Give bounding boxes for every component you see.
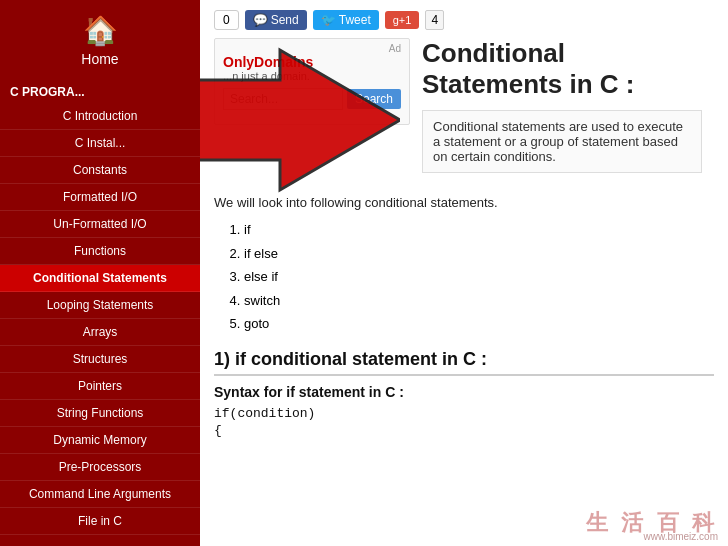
ad-search-button[interactable]: Search xyxy=(347,89,401,109)
list-item: if xyxy=(244,218,714,241)
gplus-label: g+1 xyxy=(393,14,412,26)
sidebar-home[interactable]: 🏠 Home xyxy=(0,0,200,77)
page-title: ConditionalStatements in C : xyxy=(422,38,714,100)
intro-text: We will look into following conditional … xyxy=(214,195,714,210)
sidebar-item-structures[interactable]: Structures xyxy=(0,346,200,373)
send-label: Send xyxy=(271,13,299,27)
code-line-2: { xyxy=(214,423,714,438)
ad-subtitle: ...n just a domain. xyxy=(223,70,401,82)
sidebar-item-pre-processors[interactable]: Pre-Processors xyxy=(0,454,200,481)
list-item: switch xyxy=(244,289,714,312)
sidebar-item-unformatted-io[interactable]: Un-Formatted I/O xyxy=(0,211,200,238)
sidebar-section-title: C PROGRA... xyxy=(0,77,200,103)
gplus-count: 4 xyxy=(425,10,444,30)
top-layout: Ad OnlyDomains ...n just a domain. Searc… xyxy=(214,38,714,185)
ad-search-input[interactable] xyxy=(223,88,343,110)
list-item: goto xyxy=(244,312,714,335)
social-bar: 0 💬 Send 🐦 Tweet g+1 4 xyxy=(214,10,714,30)
tweet-label: Tweet xyxy=(339,13,371,27)
sidebar: 🏠 Home C PROGRA... C Introduction C Inst… xyxy=(0,0,200,546)
like-count: 0 xyxy=(214,10,239,30)
sidebar-item-string-functions[interactable]: String Functions xyxy=(0,400,200,427)
watermark-url: www.bimeiz.com xyxy=(644,531,718,542)
sidebar-item-functions[interactable]: Functions xyxy=(0,238,200,265)
ad-title: OnlyDomains xyxy=(223,54,401,70)
list-item: if else xyxy=(244,242,714,265)
sidebar-item-c-install[interactable]: C Instal... xyxy=(0,130,200,157)
main-content: 0 💬 Send 🐦 Tweet g+1 4 Ad OnlyDomains . xyxy=(200,0,728,546)
messenger-icon: 💬 xyxy=(253,13,268,27)
list-item: else if xyxy=(244,265,714,288)
gplus-button[interactable]: g+1 xyxy=(385,11,420,29)
sidebar-item-pointers[interactable]: Pointers xyxy=(0,373,200,400)
sidebar-item-constants[interactable]: Constants xyxy=(0,157,200,184)
syntax-label: Syntax for if statement in C : xyxy=(214,384,714,400)
twitter-icon: 🐦 xyxy=(321,13,336,27)
sidebar-item-c-introduction[interactable]: C Introduction xyxy=(0,103,200,130)
ad-search-area: Search xyxy=(223,88,401,110)
ad-block: Ad OnlyDomains ...n just a domain. Searc… xyxy=(214,38,410,125)
watermark-text: 生 活 百 科 xyxy=(586,508,719,538)
description: Conditional statements are used to execu… xyxy=(422,110,702,173)
content-list: if if else else if switch goto xyxy=(244,218,714,335)
ad-label: Ad xyxy=(223,43,401,54)
sidebar-item-file-in-c[interactable]: File in C xyxy=(0,508,200,535)
section1-heading: 1) if conditional statement in C : xyxy=(214,349,714,376)
code-line-1: if(condition) xyxy=(214,406,714,421)
ad-column: Ad OnlyDomains ...n just a domain. Searc… xyxy=(214,38,410,185)
send-button[interactable]: 💬 Send xyxy=(245,10,307,30)
sidebar-item-command-line-arguments[interactable]: Command Line Arguments xyxy=(0,481,200,508)
sidebar-item-looping-statements[interactable]: Looping Statements xyxy=(0,292,200,319)
tweet-button[interactable]: 🐦 Tweet xyxy=(313,10,379,30)
sidebar-item-conditional-statements[interactable]: Conditional Statements xyxy=(0,265,200,292)
sidebar-item-formatted-io[interactable]: Formatted I/O xyxy=(0,184,200,211)
title-column: ConditionalStatements in C : Conditional… xyxy=(422,38,714,185)
home-label: Home xyxy=(81,51,118,67)
sidebar-item-dynamic-memory[interactable]: Dynamic Memory xyxy=(0,427,200,454)
sidebar-item-arrays[interactable]: Arrays xyxy=(0,319,200,346)
